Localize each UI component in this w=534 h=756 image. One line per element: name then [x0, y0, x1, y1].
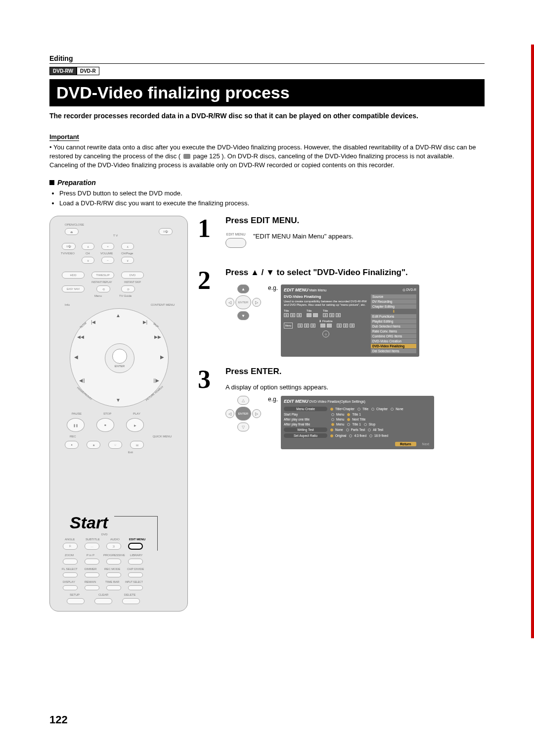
arrow-down-icon: ▽	[237, 423, 249, 431]
remote-button	[85, 559, 99, 565]
osd-option-row: After play final titleMenuTitle 1Stop	[284, 423, 431, 426]
remote-label: DVD	[101, 533, 108, 536]
osd-option: Next Title	[347, 418, 365, 421]
step-number: 3	[198, 367, 218, 449]
timer-icon: ○	[108, 441, 122, 449]
step-2: 2 Press ▲ / ▼ to select "DVD-Video Final…	[198, 268, 485, 357]
osd-option: None	[391, 407, 403, 411]
vol-up-icon: +	[101, 243, 114, 250]
step-title: Press ▲ / ▼ to select "DVD-Video Finaliz…	[225, 268, 485, 278]
remote-label: FL SELECT	[62, 567, 78, 570]
section-label: Editing	[49, 54, 485, 62]
list-item: Press DVD button to select the DVD mode.	[59, 189, 485, 198]
osd-option: 4:3 fixed	[349, 434, 366, 437]
remote-button	[128, 559, 143, 565]
osd-option-label: None	[335, 428, 343, 431]
arrow-down-icon: ⬇	[371, 309, 416, 314]
osd-row-label: After play final title	[284, 423, 328, 426]
remote-label: SLOW	[79, 322, 87, 329]
remote-label: TV Guide	[119, 294, 132, 297]
remote-button	[85, 572, 99, 577]
osd-logo: EDIT MENU	[284, 399, 309, 404]
remote-label: INSTANT REPLAY	[91, 281, 112, 284]
remote-button	[106, 585, 121, 590]
remote-label: STOP	[103, 412, 111, 415]
arrow-right-icon: ▷	[252, 298, 261, 307]
arrow-up-icon: ▲	[116, 313, 121, 318]
quick-menu-icon: ⊞	[130, 441, 144, 449]
remote-button	[106, 572, 121, 577]
instant-replay-icon: ⟲	[96, 285, 110, 292]
step-3: 3 Press ENTER. A display of option setti…	[198, 367, 485, 449]
remote-label: INSTANT SKIP	[124, 281, 141, 284]
callout-line	[114, 516, 158, 551]
arrow-right-icon: ▶	[160, 354, 164, 360]
nav-ring: ENTER ▲ ▼ ◀ ▶ SLOW SKIP FRAME/ADJUST PIC…	[70, 308, 169, 407]
osd-option: Menu	[331, 418, 344, 421]
page-up-icon: ∧	[121, 243, 134, 250]
remote-label: PAUSE	[72, 412, 82, 415]
thumbnail-set: 123	[298, 324, 315, 328]
manual-page: Editing DVD-RW DVD-R DVD-Video finalizin…	[0, 0, 534, 756]
osd-option-label: 16:9 fixed	[374, 434, 388, 437]
radio-selected-icon	[331, 423, 334, 426]
osd-menu-item: Playlist Editing	[371, 319, 416, 324]
osd-menu-item: Rate Conv. Items	[371, 329, 416, 333]
osd-menu-badge: Menu	[284, 323, 293, 329]
osd-right-panel: Source DV Recording Chapter Editing ⬇ Ed…	[371, 294, 416, 354]
preparation-list: Press DVD button to select the DVD mode.…	[59, 189, 485, 208]
divider	[49, 63, 485, 64]
radio-selected-icon	[347, 413, 350, 416]
remote-label: REC	[70, 435, 76, 438]
ch-up-icon: ∧	[82, 243, 94, 250]
content-row: OPEN/CLOSE ⏏ I/⏻ T V I/⏻ ∧ + ∧ TV/VIDEO …	[49, 216, 485, 612]
remote-label: DIMMER	[85, 567, 96, 570]
square-bullet-icon	[49, 180, 54, 185]
arrow-up-icon: ▲	[237, 284, 249, 293]
osd-option: Chapter	[371, 407, 388, 411]
stop-icon: ■	[96, 418, 114, 432]
remote-label: QUICK MENU	[153, 435, 172, 438]
important-label: Important	[49, 133, 79, 141]
remote-label: REMAIN	[85, 580, 96, 583]
thumbnail-set	[320, 324, 332, 328]
osd-option: Title+Chapter	[330, 407, 355, 411]
intro-text: The recorder processes recorded data in …	[49, 111, 485, 121]
angle-icon: ⎘	[63, 543, 78, 550]
instant-skip-icon: ⟳	[121, 285, 135, 292]
power-icon: I/⏻	[62, 243, 76, 250]
osd-disc-badge: DVD-R	[406, 288, 416, 291]
page-down-icon: ∨	[121, 257, 134, 264]
pause-icon: ❚❚	[67, 418, 85, 432]
osd-left-description: Used to create compatibility between the…	[284, 300, 368, 307]
remote-button	[63, 559, 78, 565]
osd-option-label: Next Title	[352, 418, 365, 421]
osd-option-row: Start PlayMenuTitle 1	[284, 413, 431, 416]
badge-dvd-rw: DVD-RW	[49, 67, 77, 75]
remote-label: PROGRESSIVE	[103, 554, 125, 557]
osd-menu-item: DV Recording	[371, 299, 416, 304]
osd-menu-item: Combine ORG Items	[371, 334, 416, 338]
remote-button	[94, 598, 112, 604]
osd-row-label: Set Aspect Ratio	[284, 433, 327, 438]
oval-button-icon	[225, 238, 246, 248]
radio-icon	[364, 423, 367, 426]
osd-option: Stop	[364, 423, 375, 426]
rew-icon: ◀◀	[77, 334, 84, 339]
osd-menu-item: Chapter Editing	[371, 304, 416, 309]
important-text: • You cannot rewrite data onto a disc af…	[49, 143, 485, 170]
remote-label: TIME BAR	[105, 580, 119, 583]
radio-icon	[369, 434, 372, 437]
hdd-button: HDD	[62, 272, 85, 279]
remote-label: CH	[86, 252, 90, 255]
page-number: 122	[49, 713, 68, 726]
osd-option-label: Original	[335, 434, 346, 437]
remote-control-illustration: OPEN/CLOSE ⏏ I/⏻ T V I/⏻ ∧ + ∧ TV/VIDEO …	[49, 216, 188, 612]
arrow-left-icon: ◀	[74, 354, 78, 360]
remote-column: OPEN/CLOSE ⏏ I/⏻ T V I/⏻ ∧ + ∧ TV/VIDEO …	[49, 216, 188, 612]
step-fwd-icon: ||▶	[153, 378, 159, 383]
remote-label: FRAME/ADJUST	[77, 386, 93, 401]
page-title: DVD-Video finalizing process	[49, 79, 485, 106]
remote-button	[122, 598, 140, 604]
osd-option-label: Title 1	[352, 413, 360, 416]
